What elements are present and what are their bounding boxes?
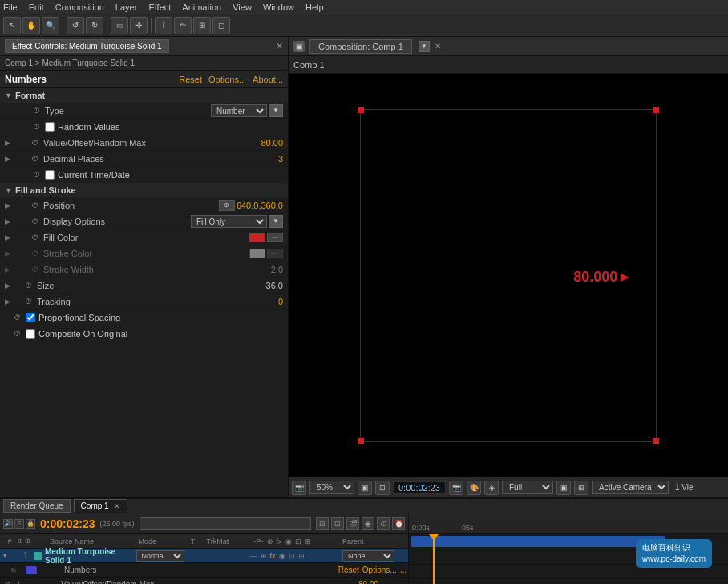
comp-fit-btn[interactable]: ▣	[358, 481, 372, 495]
menu-animation[interactable]: Animation	[182, 2, 221, 12]
stroke-expand[interactable]: ▶	[5, 249, 14, 258]
disp-expand[interactable]: ▶	[5, 217, 14, 225]
proportional-spacing-checkbox[interactable]	[26, 313, 35, 322]
comp-panel-close[interactable]: ✕	[435, 42, 441, 51]
render-queue-tab[interactable]: Render Queue	[3, 499, 71, 513]
size-value[interactable]: 36.0	[266, 281, 283, 290]
sw2[interactable]: ⊕	[261, 552, 267, 560]
redo-btn[interactable]: ↻	[86, 17, 103, 34]
pos-expand[interactable]: ▶	[5, 201, 14, 209]
size-expand[interactable]: ▶	[5, 282, 14, 290]
type-dropdown[interactable]: Number Timecode Date	[211, 104, 267, 117]
about-btn[interactable]: About...	[253, 75, 283, 84]
size-stopwatch-icon[interactable]: ⏱	[22, 280, 34, 291]
solo-btn[interactable]: S	[14, 519, 24, 529]
comp-grid-btn[interactable]: ⊞	[574, 481, 588, 495]
decimal-field[interactable]: 3	[278, 154, 283, 164]
comp-quality-select[interactable]: Full Half Third Quarter	[502, 481, 553, 494]
sublayer-about[interactable]: ...	[400, 566, 406, 574]
tl-icon-2[interactable]: ⊡	[331, 517, 344, 530]
menu-file[interactable]: File	[3, 2, 18, 12]
fill-color-btn[interactable]: —	[267, 233, 283, 242]
effect-controls-tab[interactable]: Effect Controls: Medium Turquoise Solid …	[5, 39, 169, 53]
disp-stopwatch-icon[interactable]: ⏱	[29, 216, 40, 227]
value-stopwatch-icon[interactable]: ⏱	[29, 137, 40, 148]
sublayer-value-field[interactable]: 80.00	[358, 580, 406, 584]
fill-expand[interactable]: ▶	[5, 233, 14, 241]
stroke-stopwatch-icon[interactable]: ⏱	[29, 248, 40, 259]
comp-color-btn[interactable]: 🎨	[467, 481, 481, 495]
comp-panel-dropdown-arrow[interactable]: ▼	[419, 41, 430, 52]
stroke-width-value[interactable]: 2.0	[271, 265, 283, 274]
layer-expand-btn[interactable]: ▼	[2, 552, 8, 559]
tl-icon-4[interactable]: ◉	[362, 517, 374, 530]
comp-extra-btn[interactable]: ◈	[484, 481, 499, 495]
rect-tool[interactable]: ▭	[111, 17, 128, 34]
select-tool[interactable]: ↖	[3, 17, 21, 34]
comp-region-btn[interactable]: ▣	[556, 481, 571, 495]
position-value[interactable]: 640.0,360.0	[237, 201, 283, 210]
random-stopwatch-icon[interactable]: ⏱	[30, 121, 42, 132]
camera-select[interactable]: Active Camera Front Back Top	[592, 481, 669, 494]
composition-tab[interactable]: Composition: Comp 1	[309, 39, 412, 54]
text-tool[interactable]: T	[155, 17, 172, 34]
lock-btn[interactable]: 🔒	[26, 519, 35, 529]
undo-btn[interactable]: ↺	[67, 17, 84, 34]
decimal-stopwatch-icon[interactable]: ⏱	[29, 153, 40, 164]
tracking-stopwatch-icon[interactable]: ⏱	[22, 296, 34, 307]
tl-icon-3[interactable]: 🎬	[346, 517, 359, 530]
sw-expand[interactable]: ▶	[5, 266, 14, 274]
value-expand[interactable]: ▶	[5, 139, 14, 147]
menu-layer[interactable]: Layer	[115, 2, 138, 12]
mute-btn[interactable]: 🔊	[3, 519, 13, 529]
sw4[interactable]: ◉	[279, 552, 285, 560]
comp-panel-icon[interactable]: ▣	[293, 41, 305, 52]
menu-edit[interactable]: Edit	[29, 2, 44, 12]
sw5[interactable]: ⊡	[289, 552, 295, 560]
clone-tool[interactable]: ⊞	[193, 17, 211, 34]
comp-zoom-select[interactable]: 50% 100% 25%	[309, 481, 354, 494]
type-stopwatch-icon[interactable]: ⏱	[30, 105, 42, 116]
fill-stopwatch-icon[interactable]: ⏱	[29, 232, 40, 243]
move-tool[interactable]: ✛	[130, 17, 148, 34]
reset-btn[interactable]: Reset	[179, 75, 202, 84]
tracking-expand[interactable]: ▶	[5, 298, 14, 306]
timeline-search[interactable]	[140, 517, 311, 530]
pos-stopwatch-icon[interactable]: ⏱	[29, 200, 40, 211]
comp-snapshot-btn[interactable]: 📷	[292, 481, 306, 495]
comp1-tab[interactable]: Comp 1 ✕	[74, 499, 128, 513]
options-btn[interactable]: Options...	[208, 75, 246, 84]
layer-parent-select[interactable]: None	[342, 550, 394, 562]
sw1[interactable]: —	[250, 552, 257, 560]
stroke-color-btn[interactable]: —	[267, 249, 283, 258]
time-stopwatch-icon[interactable]: ⏱	[30, 169, 42, 180]
random-values-checkbox[interactable]	[45, 122, 55, 132]
tracking-value[interactable]: 0	[278, 297, 283, 306]
pen-tool[interactable]: ✏	[174, 17, 192, 34]
stroke-color-swatch[interactable]	[249, 249, 265, 258]
fill-stroke-section[interactable]: ▼ Fill and Stroke	[0, 183, 288, 197]
menu-view[interactable]: View	[233, 2, 252, 12]
tl-icon-6[interactable]: ⏰	[392, 517, 405, 530]
sw3[interactable]: fx	[270, 552, 276, 560]
sublayer-options[interactable]: Options...	[362, 566, 397, 574]
prop-stopwatch-icon[interactable]: ⏱	[11, 312, 22, 323]
position-crosshair-icon[interactable]: ⊕	[219, 200, 235, 211]
sublayer-reset[interactable]: Reset	[338, 566, 359, 574]
timeline-playhead[interactable]	[433, 534, 435, 584]
layer-mode-select[interactable]: Norma Add Multiply	[136, 550, 184, 562]
tl-icon-1[interactable]: ⊞	[316, 517, 329, 530]
table-row[interactable]: ▼ 1 Medium Turquoise Solid 1 Norma Add M…	[0, 549, 408, 563]
menu-window[interactable]: Window	[263, 2, 294, 12]
composite-checkbox[interactable]	[26, 329, 35, 339]
zoom-tool[interactable]: 🔍	[42, 17, 59, 34]
hand-tool[interactable]: ✋	[22, 17, 40, 34]
eraser-tool[interactable]: ◻	[212, 17, 230, 34]
timeline-timecode[interactable]: 0:00:02:23	[40, 517, 95, 530]
comp-camera-icon[interactable]: 📷	[449, 481, 463, 495]
value-field[interactable]: 80.00	[261, 138, 283, 148]
decimal-expand[interactable]: ▶	[5, 155, 14, 163]
menu-effect[interactable]: Effect	[148, 2, 171, 12]
sw6[interactable]: ⊞	[298, 552, 305, 560]
comp1-tab-close[interactable]: ✕	[114, 502, 120, 510]
